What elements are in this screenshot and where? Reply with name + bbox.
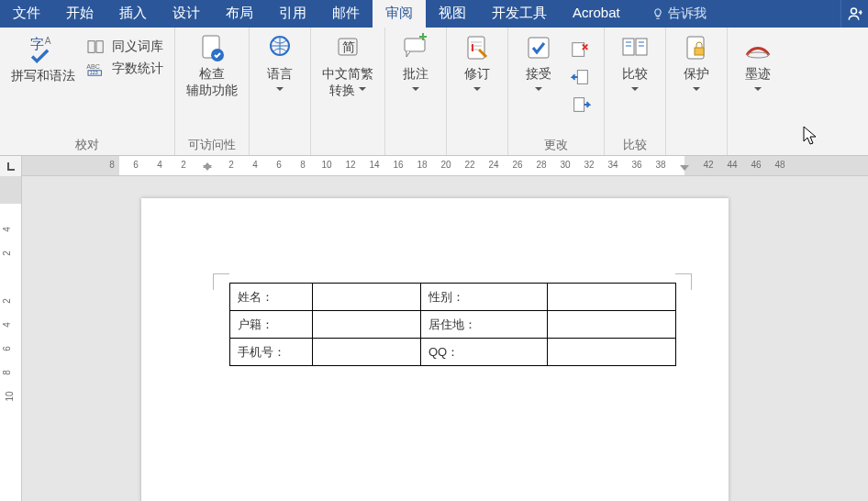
thesaurus-label: 同义词库: [112, 39, 163, 55]
menu-tab-references[interactable]: 引用: [266, 0, 319, 28]
ribbon-group-accessibility: 检查 辅助功能 可访问性: [175, 28, 250, 155]
menu-bar: 文件 开始 插入 设计 布局 引用 邮件 审阅 视图 开发工具 Acrobat …: [0, 0, 868, 28]
protect-button[interactable]: 保护: [672, 31, 721, 100]
menu-tab-design[interactable]: 设计: [160, 0, 213, 28]
cell-qq-label[interactable]: QQ：: [421, 339, 548, 366]
cell-phone-value[interactable]: [313, 339, 421, 366]
svg-text:简: 简: [342, 39, 355, 54]
svg-text:123: 123: [90, 70, 98, 75]
page[interactable]: 姓名： 性别： 户籍： 居住地： 手机号： QQ：: [141, 198, 729, 501]
language-button[interactable]: 语言: [255, 31, 305, 100]
menu-tab-devtools[interactable]: 开发工具: [479, 0, 560, 28]
ribbon-group-chinese-conversion: 简 中文简繁 转换: [311, 28, 385, 155]
thesaurus-icon: [86, 39, 106, 55]
document-canvas[interactable]: 姓名： 性别： 户籍： 居住地： 手机号： QQ：: [22, 176, 868, 501]
menu-tab-layout[interactable]: 布局: [213, 0, 266, 28]
menu-tab-mailings[interactable]: 邮件: [319, 0, 373, 28]
margin-mark-top-left: [213, 273, 229, 290]
tab-selector[interactable]: [0, 156, 22, 176]
cell-phone-label[interactable]: 手机号：: [230, 339, 313, 366]
menu-tab-home[interactable]: 开始: [53, 0, 106, 28]
group-label-changes: 更改: [514, 137, 598, 155]
horizontal-ruler[interactable]: 8642246810121416182022242628303234363842…: [0, 156, 868, 176]
previous-icon: [571, 68, 591, 86]
group-label-proofing: 校对: [6, 137, 169, 155]
spelling-label: 拼写和语法: [11, 68, 75, 84]
wordcount-label: 字数统计: [112, 61, 163, 77]
thesaurus-button[interactable]: 同义词库: [81, 39, 169, 55]
svg-rect-19: [574, 98, 584, 112]
svg-rect-21: [636, 39, 647, 55]
ribbon-group-tracking: 修订: [447, 28, 508, 155]
ribbon-group-changes: 接受: [508, 28, 605, 155]
ribbon-group-compare: 比较 比较: [605, 28, 666, 155]
reject-button[interactable]: [567, 39, 595, 61]
svg-rect-15: [472, 44, 473, 51]
accessibility-icon: [197, 33, 227, 62]
cell-hukou-value[interactable]: [313, 311, 421, 339]
svg-point-24: [747, 52, 769, 58]
compare-button[interactable]: 比较: [610, 31, 660, 100]
chevron-down-icon: [631, 83, 639, 99]
menu-tab-acrobat[interactable]: Acrobat: [560, 0, 633, 28]
chevron-down-icon: [693, 83, 700, 99]
wordcount-icon: ABC 123: [86, 61, 106, 77]
menu-tab-view[interactable]: 视图: [426, 0, 479, 28]
svg-point-0: [851, 8, 856, 14]
cell-name-value[interactable]: [313, 284, 421, 311]
wordcount-button[interactable]: ABC 123 字数统计: [81, 61, 169, 77]
spelling-button[interactable]: 字 A 拼写和语法: [6, 31, 81, 86]
cell-residence-label[interactable]: 居住地：: [421, 311, 548, 339]
chinese-conversion-icon: 简: [333, 33, 362, 62]
track-changes-button[interactable]: 修订: [452, 31, 502, 100]
share-button[interactable]: [840, 0, 868, 28]
spelling-icon: 字 A: [28, 33, 59, 64]
menu-tab-insert[interactable]: 插入: [106, 0, 160, 28]
menu-tab-review[interactable]: 审阅: [373, 0, 426, 28]
ribbon-group-protect: 保护: [666, 28, 728, 155]
chinese-conversion-button[interactable]: 简 中文简繁 转换: [317, 31, 379, 100]
accept-button[interactable]: 接受: [514, 31, 563, 100]
table-row[interactable]: 手机号： QQ：: [230, 339, 676, 366]
tell-me-search[interactable]: 告诉我: [633, 0, 840, 28]
person-share-icon: [847, 6, 863, 22]
accept-label: 接受: [526, 66, 551, 83]
group-label-compare: 比较: [610, 137, 660, 155]
ribbon-group-ink: 墨迹: [728, 28, 788, 155]
vertical-ruler[interactable]: 42246810: [0, 176, 22, 501]
cell-hukou-label[interactable]: 户籍：: [230, 311, 313, 339]
form-table[interactable]: 姓名： 性别： 户籍： 居住地： 手机号： QQ：: [229, 283, 676, 366]
compare-label: 比较: [622, 66, 648, 83]
cell-qq-value[interactable]: [548, 339, 676, 366]
tab-stop-icon: [6, 161, 17, 172]
reject-icon: [571, 40, 591, 59]
ribbon: 字 A 拼写和语法 同义词库 ABC: [0, 28, 868, 156]
next-change-button[interactable]: [567, 94, 595, 116]
table-row[interactable]: 姓名： 性别：: [230, 284, 676, 311]
chinese-conversion-label2: 转换: [329, 83, 355, 97]
previous-change-button[interactable]: [567, 66, 595, 88]
cell-gender-label[interactable]: 性别：: [421, 284, 548, 311]
protect-label: 保护: [684, 66, 709, 83]
check-a11y-label2: 辅助功能: [186, 83, 238, 99]
menu-tab-file[interactable]: 文件: [0, 0, 53, 28]
ribbon-group-proofing: 字 A 拼写和语法 同义词库 ABC: [0, 28, 175, 155]
cell-residence-value[interactable]: [548, 311, 676, 339]
track-changes-icon: [462, 33, 492, 62]
chevron-down-icon: [412, 83, 419, 99]
protect-icon: [682, 33, 711, 62]
cell-gender-value[interactable]: [548, 284, 676, 311]
comment-icon: [401, 33, 430, 62]
new-comment-button[interactable]: 批注: [391, 31, 440, 100]
track-label: 修订: [464, 66, 490, 83]
accept-icon: [524, 33, 553, 62]
cell-name-label[interactable]: 姓名：: [230, 284, 313, 311]
table-row[interactable]: 户籍： 居住地：: [230, 311, 676, 339]
svg-rect-18: [577, 71, 587, 84]
ink-button[interactable]: 墨迹: [733, 31, 783, 100]
chevron-down-icon: [754, 83, 762, 99]
svg-rect-20: [623, 39, 634, 55]
ribbon-group-language: 语言: [250, 28, 311, 155]
check-accessibility-button[interactable]: 检查 辅助功能: [181, 31, 243, 100]
ink-icon: [743, 33, 773, 62]
